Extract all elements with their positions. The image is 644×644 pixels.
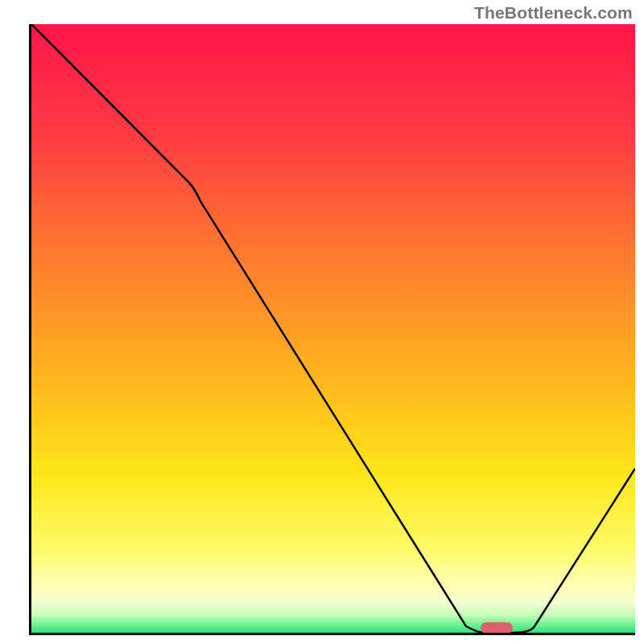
bottleneck-curve	[31, 24, 635, 633]
attribution-text: TheBottleneck.com	[474, 3, 633, 23]
chart-container: TheBottleneck.com	[0, 0, 644, 644]
optimum-marker	[481, 622, 513, 634]
curve-path	[31, 24, 635, 633]
plot-area	[29, 24, 635, 635]
